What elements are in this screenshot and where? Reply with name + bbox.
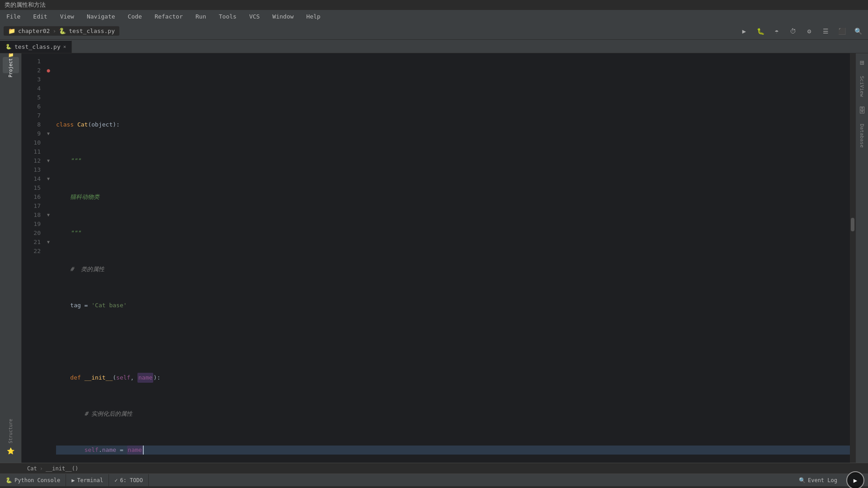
python-file-icon: 🐍 — [5, 44, 12, 50]
run-button[interactable]: ▶ — [738, 25, 750, 38]
profile-button[interactable]: ⏱ — [787, 25, 799, 38]
breadcrumb-method[interactable]: __init__() — [46, 465, 78, 472]
code-line-2: class Cat(object): — [56, 120, 850, 129]
menu-window[interactable]: Window — [270, 12, 297, 21]
menu-bar: File Edit View Navigate Code Refactor Ru… — [0, 10, 868, 23]
gutter-area: ● ▼ ▼ ▼ ▼ ▼ — [44, 53, 52, 463]
settings-toolbar-button[interactable]: ⚙ — [803, 25, 816, 38]
code-line-4: 猫科动物类 — [56, 192, 850, 202]
code-area: 1 2 3 4 5 6 7 8 9 10 11 12 13 14 15 16 1… — [22, 53, 855, 463]
python-console-icon: 🐍 — [5, 477, 12, 483]
code-line-6: # 类的属性 — [56, 265, 850, 274]
code-content[interactable]: class Cat(object): """ 猫科动物类 """ # — [52, 53, 850, 463]
menu-help[interactable]: Help — [304, 12, 323, 21]
main-area: 📁 Project Structure ⭐ 1 2 3 4 5 6 7 8 9 — [0, 53, 868, 463]
sciview-label[interactable]: SciView — [858, 72, 866, 100]
toolbar-filename: test_class.py — [69, 28, 115, 34]
file-tab-test-class[interactable]: 🐍 test_class.py × — [0, 40, 72, 53]
title-bar: 类的属性和方法 — [0, 0, 868, 10]
toolbar-path[interactable]: 📁 chapter02 › 🐍 test_class.py — [4, 26, 119, 36]
code-line-5: """ — [56, 229, 850, 238]
debug-button[interactable]: 🐛 — [754, 25, 767, 38]
breadcrumb-separator: › — [40, 465, 43, 472]
close-tab-button[interactable]: × — [63, 44, 66, 50]
menu-navigate[interactable]: Navigate — [84, 12, 118, 21]
project-name: chapter02 — [18, 28, 50, 34]
file-tab-name: test_class.py — [14, 43, 61, 50]
stop-button[interactable]: ⬛ — [835, 25, 848, 38]
menu-tools[interactable]: Tools — [216, 12, 239, 21]
title-text: 类的属性和方法 — [5, 1, 46, 9]
bottom-tabs: 🐍 Python Console ▶ Terminal ✓ 6: TODO 🔍 … — [0, 474, 868, 487]
menu-vcs[interactable]: VCS — [246, 12, 262, 21]
menu-view[interactable]: View — [57, 12, 77, 21]
list-button[interactable]: ☰ — [819, 25, 832, 38]
menu-edit[interactable]: Edit — [30, 12, 50, 21]
bottom-panel: 🐍 Python Console ▶ Terminal ✓ 6: TODO 🔍 … — [0, 474, 868, 488]
code-line-3: """ — [56, 156, 850, 165]
line-numbers: 1 2 3 4 5 6 7 8 9 10 11 12 13 14 15 16 1… — [22, 53, 44, 463]
code-line-10: # 实例化后的属性 — [56, 409, 850, 418]
menu-code[interactable]: Code — [125, 12, 145, 21]
sidebar-item-favorites[interactable]: ⭐ — [3, 443, 19, 459]
code-line-8 — [56, 337, 850, 346]
todo-tab[interactable]: ✓ 6: TODO — [109, 474, 149, 487]
file-icon: 🐍 — [59, 28, 66, 34]
code-line-1 — [56, 84, 850, 93]
terminal-label: Terminal — [77, 477, 103, 483]
code-line-11: self.name = name​ — [56, 446, 850, 455]
terminal-tab[interactable]: ▶ Terminal — [66, 474, 109, 487]
sidebar-item-structure[interactable]: Structure — [3, 423, 19, 439]
file-tabs: 🐍 test_class.py × — [0, 40, 868, 53]
event-log-button[interactable]: 🔍 Event Log — [793, 474, 843, 487]
code-line-9: def __init__(self, name): — [56, 373, 850, 382]
scrollbar-thumb[interactable] — [851, 218, 854, 231]
scrollbar[interactable] — [850, 53, 855, 463]
left-sidebar: 📁 Project Structure ⭐ — [0, 53, 22, 463]
code-line-7: tag = 'Cat base' — [56, 301, 850, 310]
menu-refactor[interactable]: Refactor — [152, 12, 186, 21]
breadcrumb-class[interactable]: Cat — [27, 465, 37, 472]
search-toolbar-button[interactable]: 🔍 — [852, 25, 864, 38]
terminal-icon: ▶ — [71, 477, 75, 483]
menu-file[interactable]: File — [4, 12, 23, 21]
editor[interactable]: 1 2 3 4 5 6 7 8 9 10 11 12 13 14 15 16 1… — [22, 53, 855, 463]
database-icon[interactable]: 🗄 — [857, 105, 868, 116]
folder-icon: 📁 — [8, 28, 15, 34]
search-icon: 🔍 — [799, 477, 806, 483]
right-sidebar: ⊞ SciView 🗄 Database — [855, 53, 868, 463]
circle-play-button[interactable]: ▶ — [846, 471, 864, 488]
coverage-button[interactable]: ☂ — [770, 25, 783, 38]
toolbar: 📁 chapter02 › 🐍 test_class.py ▶ 🐛 ☂ ⏱ ⚙ … — [0, 23, 868, 40]
sidebar-item-project[interactable]: 📁 Project — [3, 57, 19, 73]
menu-run[interactable]: Run — [193, 12, 209, 21]
event-log-label: Event Log — [808, 477, 837, 483]
python-console-tab[interactable]: 🐍 Python Console — [0, 474, 66, 487]
breadcrumb: Cat › __init__() — [0, 463, 868, 474]
todo-icon: ✓ — [114, 477, 118, 483]
python-console-label: Python Console — [14, 477, 60, 483]
database-label[interactable]: Database — [858, 120, 866, 151]
todo-label: 6: TODO — [120, 477, 143, 483]
grid-icon: ⊞ — [857, 57, 868, 68]
